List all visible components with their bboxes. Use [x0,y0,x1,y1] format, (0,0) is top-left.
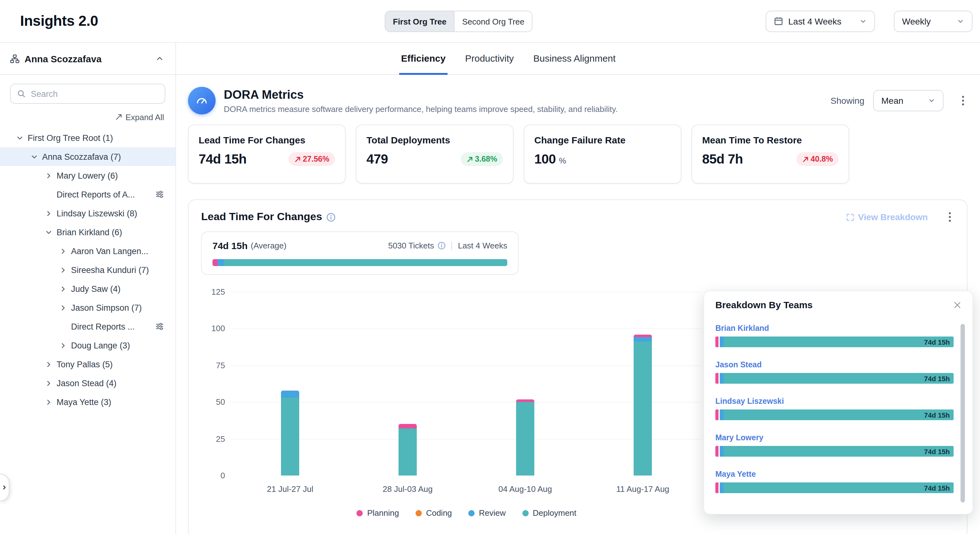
metric-card-change-failure-rate: Change Failure Rate100% [523,124,681,184]
chevron-right-icon[interactable] [59,341,67,350]
y-axis-label: 100 [206,324,225,333]
chevron-right-icon[interactable] [44,209,53,218]
tree-item-maya-yette-3[interactable]: Maya Yette (3) [0,392,175,411]
bar-slot [584,292,702,475]
org-tree-icon [10,54,19,63]
tree-item-anna-scozzafava-7[interactable]: Anna Scozzafava (7) [0,147,175,166]
trend-badge: 27.56% [288,152,335,166]
tree-item-sireesha-kunduri-7[interactable]: Sireesha Kunduri (7) [0,260,175,279]
tree-item-label: First Org Tree Root (1) [28,133,113,142]
team-name-link[interactable]: Brian Kirkland [715,324,954,333]
chevron-right-icon[interactable] [59,284,67,293]
tab-efficiency[interactable]: Efficiency [399,43,447,75]
app-header: Insights 2.0 First Org Tree Second Org T… [0,0,980,43]
tree-item-lindsay-liszewski-8[interactable]: Lindsay Liszewski (8) [0,204,175,223]
team-bar-segment-deployment: 74d 15h [724,336,954,347]
tree-item-label: Sireesha Kunduri (7) [71,265,149,274]
search-input[interactable] [31,89,158,99]
info-icon[interactable] [438,242,446,250]
dora-title: DORA Metrics [224,88,617,102]
lead-time-title-row: Lead Time For Changes [201,211,336,223]
team-name-link[interactable]: Lindsay Liszewski [715,397,954,406]
team-name-link[interactable]: Maya Yette [715,470,954,479]
tree-item-mary-lowery-6[interactable]: Mary Lowery (6) [0,166,175,185]
lead-time-header: Lead Time For Changes View Breakdown [201,211,954,223]
chevron-right-icon[interactable] [44,379,53,387]
chevron-right-icon[interactable] [44,171,53,180]
team-bar-segment-planning [715,410,719,420]
bar-28-jul-03-aug[interactable] [399,424,417,476]
aggregation-dropdown[interactable]: Mean [873,90,943,111]
chevron-right-icon[interactable] [59,303,67,312]
trend-badge: 40.8% [796,152,838,166]
tree-item-jason-simpson-7[interactable]: Jason Simpson (7) [0,298,175,317]
x-axis-label: 28 Jul-03 Aug [349,484,466,494]
chart-more-options-button[interactable] [945,211,954,223]
view-breakdown-button[interactable]: View Breakdown [846,212,928,222]
team-row-brian-kirkland: Brian Kirkland74d 15h [715,324,954,347]
chevron-up-icon [155,54,164,63]
toggle-second-org-tree[interactable]: Second Org Tree [454,11,532,32]
chevron-spacer [44,190,53,199]
bar-04-aug-10-aug[interactable] [516,399,534,475]
scrollbar-thumb[interactable] [961,324,965,502]
legend-label: Coding [426,508,452,518]
tree-item-tony-pallas-5[interactable]: Tony Pallas (5) [0,355,175,374]
chevron-down-icon[interactable] [30,152,38,161]
team-name-link[interactable]: Jason Stead [715,360,954,369]
tree-item-first-org-tree-root-1[interactable]: First Org Tree Root (1) [0,128,175,147]
tree-item-aaron-van-langen[interactable]: Aaron Van Langen... [0,242,175,260]
chevron-right-icon[interactable] [59,265,67,274]
dora-more-options-button[interactable] [959,94,967,107]
chevron-down-icon [928,97,935,104]
filter-sliders-icon[interactable] [155,322,164,331]
chevron-down-icon[interactable] [44,228,53,236]
date-range-dropdown[interactable]: Last 4 Weeks [766,10,875,32]
metric-title: Change Failure Rate [534,135,671,145]
team-value: 74d 15h [924,484,950,491]
breakdown-by-teams-panel: Breakdown By Teams Brian Kirkland74d 15h… [703,290,973,515]
tree-item-jason-stead-4[interactable]: Jason Stead (4) [0,374,175,392]
expand-all-button[interactable]: Expand All [11,112,164,122]
sidebar-collapse-button[interactable] [154,53,165,64]
tab-business-alignment[interactable]: Business Alignment [531,43,617,75]
period-label: Last 4 Weeks [458,241,507,250]
tree-item-label: Aaron Van Langen... [71,246,148,256]
bar-11-aug-17-aug[interactable] [634,335,652,475]
close-icon [954,301,961,309]
team-bar-segment-planning [715,336,719,347]
team-value: 74d 15h [924,411,950,419]
legend-label: Deployment [533,508,576,518]
metric-title: Total Deployments [366,135,503,145]
chevron-right-icon[interactable] [44,360,53,368]
header-controls: Last 4 Weeks Weekly [766,10,975,32]
toggle-first-org-tree[interactable]: First Org Tree [385,11,454,32]
tree-item-judy-saw-4[interactable]: Judy Saw (4) [0,279,175,298]
team-name-link[interactable]: Mary Lowery [715,434,954,442]
lead-time-summary-card: 74d 15h (Average) 5030 Tickets Last 4 We… [201,231,519,275]
info-icon[interactable] [326,212,336,222]
chevron-right-icon[interactable] [59,247,67,255]
trend-up-icon [466,156,473,163]
tree-item-direct-reports[interactable]: Direct Reports ... [0,317,175,336]
legend-dot [356,510,363,516]
granularity-dropdown[interactable]: Weekly [894,10,972,32]
org-tree: First Org Tree Root (1)Anna Scozzafava (… [0,128,175,411]
tree-item-brian-kirkland-6[interactable]: Brian Kirkland (6) [0,223,175,242]
legend-item-coding: Coding [415,508,452,518]
summary-bar-segment-review [218,259,224,266]
bar-21-jul-27-jul[interactable] [281,390,299,475]
close-button[interactable] [952,300,963,310]
chevron-right-icon[interactable] [44,397,53,406]
chevron-down-icon[interactable] [15,133,24,142]
sidebar-user-name: Anna Scozzafava [24,53,102,64]
tree-item-label: Judy Saw (4) [71,284,121,293]
legend-dot [468,510,475,516]
tree-item-direct-reports-of-a[interactable]: Direct Reports of A... [0,185,175,204]
tab-productivity[interactable]: Productivity [463,43,516,75]
trend-badge: 3.68% [460,152,503,166]
aggregation-value: Mean [881,96,923,106]
filter-sliders-icon[interactable] [155,190,164,199]
tree-item-doug-lange-3[interactable]: Doug Lange (3) [0,336,175,355]
lead-time-actions: View Breakdown [846,211,954,223]
